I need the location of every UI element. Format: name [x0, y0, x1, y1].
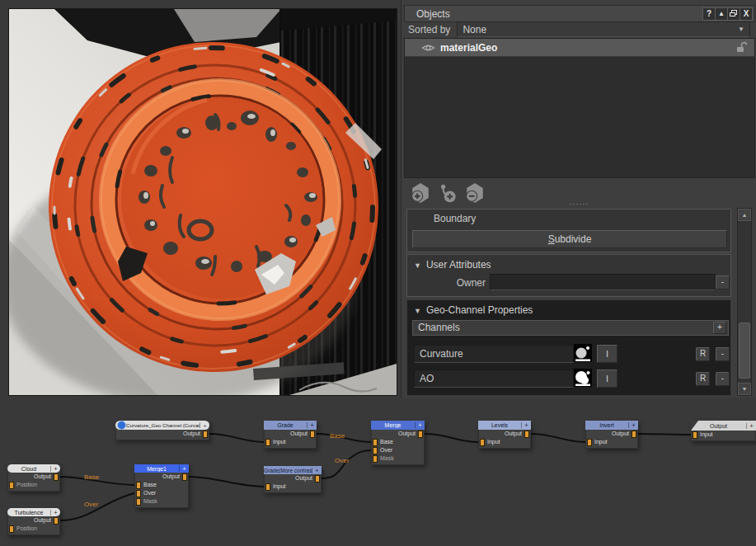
input-port[interactable] — [480, 439, 485, 446]
collapse-triangle-icon[interactable]: ▼ — [414, 307, 421, 315]
output-port[interactable] — [632, 431, 636, 438]
object-row-materialgeo[interactable]: materialGeo — [405, 39, 754, 57]
close-icon[interactable]: X — [740, 8, 752, 20]
wire[interactable] — [425, 434, 478, 442]
over-port[interactable] — [136, 490, 141, 497]
node-add-button[interactable]: + — [50, 466, 60, 472]
input-port[interactable] — [693, 431, 697, 439]
node-header[interactable]: Curvature_Geo Channel (Curvature) + — [115, 421, 209, 430]
node-header[interactable]: Merge + — [371, 421, 425, 430]
remove-channel-button[interactable]: - — [716, 372, 730, 386]
wire[interactable] — [322, 450, 371, 478]
output-port[interactable] — [182, 473, 187, 481]
scroll-up-button[interactable]: ▲ — [738, 209, 751, 221]
wire[interactable] — [209, 434, 264, 442]
mask-port[interactable] — [373, 455, 378, 463]
node-add-button[interactable]: + — [415, 422, 425, 428]
collapse-triangle-icon[interactable]: ▼ — [414, 261, 421, 270]
node-merge[interactable]: Merge + Output Base Over Mask — [371, 421, 425, 465]
curvature-thumbnail[interactable] — [574, 344, 592, 362]
viewport-3d[interactable] — [8, 8, 397, 396]
user-attributes-box: ▼User Attributes Owner - — [406, 254, 731, 297]
panel-splitter-handle[interactable]: ······ — [401, 200, 756, 208]
mask-port[interactable] — [136, 498, 141, 506]
node-add-button[interactable]: + — [521, 422, 531, 428]
unlock-icon[interactable] — [735, 41, 748, 54]
geo-channel-header[interactable]: ▼Geo-Channel Properties — [414, 304, 533, 316]
collapse-panel-icon[interactable]: ▲ — [715, 8, 727, 20]
reset-channel-button[interactable]: R — [696, 347, 710, 361]
output-port[interactable] — [310, 431, 315, 438]
objects-list[interactable]: materialGeo — [404, 38, 755, 178]
node-add-button[interactable]: + — [746, 423, 756, 429]
output-port-row: Output — [479, 430, 530, 438]
input-port[interactable] — [265, 483, 270, 491]
port-label: Output — [34, 473, 51, 479]
output-port[interactable] — [54, 473, 59, 481]
boundary-label: Boundary — [434, 213, 476, 224]
wire[interactable] — [638, 434, 691, 435]
node-header[interactable]: Levels + — [478, 421, 531, 430]
node-header[interactable]: Merge1 + — [134, 464, 189, 473]
node-add-button[interactable]: + — [50, 510, 60, 515]
help-icon[interactable]: ? — [703, 8, 715, 20]
remove-channel-button[interactable]: - — [716, 347, 730, 361]
node-header[interactable]: Cloud + — [7, 464, 60, 473]
node-add-button[interactable]: + — [200, 422, 209, 428]
node-body: Output Input — [264, 430, 317, 449]
visibility-eye-icon[interactable] — [421, 43, 435, 53]
ao-thumbnail[interactable] — [574, 369, 592, 387]
output-port[interactable] — [418, 431, 423, 438]
input-port[interactable] — [265, 439, 270, 446]
node-add-button[interactable]: + — [179, 466, 189, 472]
user-attributes-header[interactable]: ▼User Attributes — [414, 259, 491, 271]
owner-field[interactable] — [490, 274, 716, 290]
float-window-icon[interactable] — [727, 8, 740, 20]
node-invert[interactable]: Invert + Output Input — [585, 421, 638, 449]
wire[interactable] — [531, 434, 585, 442]
base-port[interactable] — [373, 439, 378, 446]
properties-scrollbar[interactable]: ▲ ▼ — [737, 208, 752, 396]
node-add-button[interactable]: + — [628, 422, 638, 428]
node-output[interactable]: Output + Input — [691, 421, 756, 441]
node-grade[interactable]: Grade + Output Input — [264, 421, 317, 449]
invert-channel-button[interactable]: I — [597, 345, 617, 363]
node-header[interactable]: Grade + — [264, 421, 317, 430]
scroll-down-button[interactable]: ▼ — [738, 383, 751, 395]
port-label: Input — [487, 439, 500, 445]
owner-remove-button[interactable]: - — [716, 275, 730, 289]
output-port[interactable] — [54, 517, 59, 525]
node-turbulence[interactable]: Turbulence + Output Position — [7, 508, 60, 535]
objects-panel-titlebar[interactable]: Objects ? ▲ X — [404, 5, 755, 22]
input-port[interactable] — [587, 439, 592, 446]
position-port[interactable] — [9, 482, 14, 489]
output-port[interactable] — [315, 475, 320, 482]
port-label: Input — [273, 483, 286, 489]
node-curvature-geo-channel[interactable]: Curvature_Geo Channel (Curvature) + Outp… — [115, 421, 209, 440]
sort-dropdown[interactable]: None ▼ — [457, 21, 750, 37]
wire[interactable] — [189, 477, 264, 487]
node-levels[interactable]: Levels + Output Input — [478, 421, 531, 449]
output-port[interactable] — [524, 431, 529, 438]
node-add-button[interactable]: + — [307, 422, 317, 428]
base-port[interactable] — [136, 482, 141, 489]
node-header[interactable]: Turbulence + — [7, 508, 60, 516]
node-add-button[interactable]: + — [312, 468, 322, 473]
position-port[interactable] — [9, 525, 14, 533]
node-cloud[interactable]: Cloud + Output Position — [7, 464, 60, 492]
node-grade-more-contrast[interactable]: Grade(More contrast) + Output Input — [264, 466, 322, 493]
add-channel-button[interactable]: + — [713, 322, 726, 334]
scrollbar-thumb[interactable] — [739, 322, 750, 379]
node-header[interactable]: Output + — [691, 421, 756, 431]
channel-name-field[interactable]: AO — [414, 369, 574, 388]
over-port[interactable] — [373, 447, 378, 454]
port-label: Input — [594, 439, 608, 445]
subdivide-button[interactable]: Subdivide — [412, 230, 727, 248]
channel-name-field[interactable]: Curvature — [414, 345, 574, 363]
invert-channel-button[interactable]: I — [597, 369, 617, 388]
output-port[interactable] — [203, 431, 208, 438]
node-merge1[interactable]: Merge1 + Output Base Over Mask — [134, 464, 189, 508]
node-header[interactable]: Grade(More contrast) + — [264, 466, 322, 474]
node-header[interactable]: Invert + — [585, 421, 638, 430]
reset-channel-button[interactable]: R — [696, 372, 710, 386]
